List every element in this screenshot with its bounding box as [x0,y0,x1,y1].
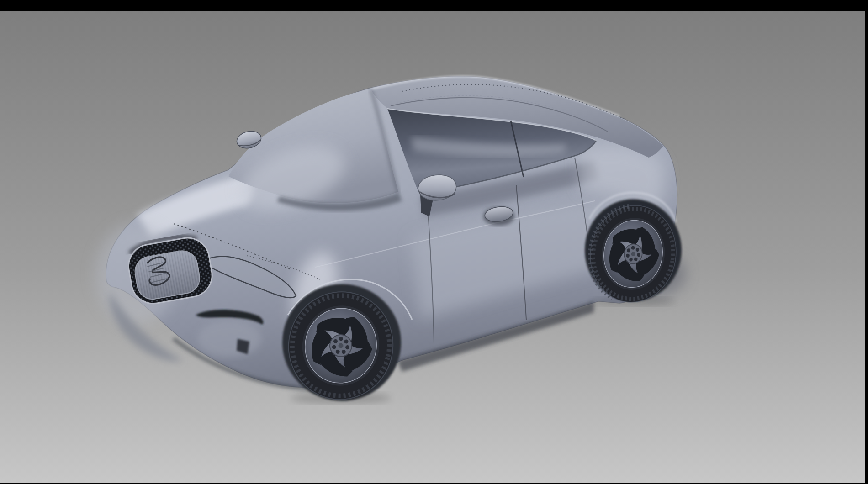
letterbox-right-bar [865,11,868,484]
cad-viewport [0,0,868,484]
application-window [0,0,868,484]
front-bumper-intake [196,310,263,357]
intake-pocket [197,321,261,357]
letterbox-top-bar [0,0,868,11]
